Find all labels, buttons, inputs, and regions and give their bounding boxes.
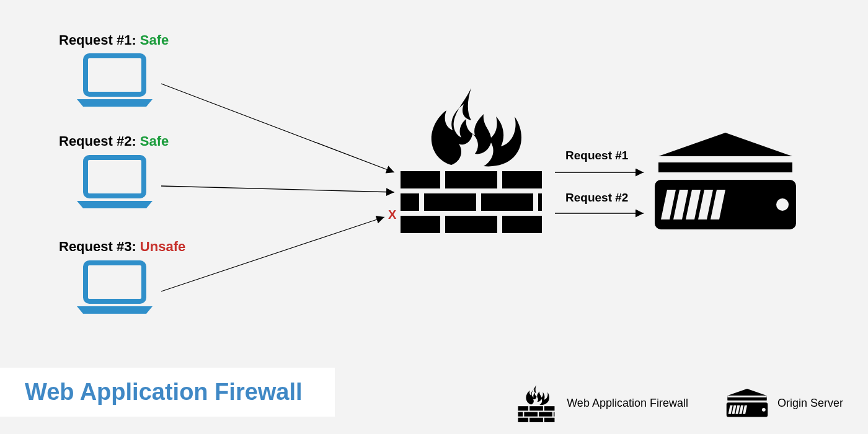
svg-rect-28 bbox=[518, 412, 523, 416]
svg-rect-18 bbox=[655, 180, 796, 229]
svg-rect-33 bbox=[529, 418, 543, 422]
svg-rect-31 bbox=[554, 412, 555, 416]
legend-firewall-label: Web Application Firewall bbox=[567, 397, 688, 410]
firewall-icon bbox=[515, 384, 558, 422]
server-icon bbox=[725, 384, 769, 422]
svg-rect-27 bbox=[544, 406, 555, 410]
svg-point-41 bbox=[762, 408, 766, 412]
legend-server: Origin Server bbox=[725, 384, 843, 422]
diagram-title: Web Application Firewall bbox=[25, 379, 310, 405]
diagram-canvas: Request #1: Safe Request #2: Safe Reques… bbox=[0, 0, 868, 434]
svg-rect-32 bbox=[518, 418, 529, 422]
svg-rect-35 bbox=[727, 402, 768, 417]
svg-rect-29 bbox=[525, 412, 538, 416]
svg-point-24 bbox=[776, 198, 789, 211]
svg-rect-30 bbox=[539, 412, 552, 416]
legend-server-label: Origin Server bbox=[777, 397, 843, 410]
legend-firewall: Web Application Firewall bbox=[515, 384, 688, 422]
svg-rect-34 bbox=[544, 418, 555, 422]
svg-rect-25 bbox=[518, 406, 529, 410]
diagram-title-bar: Web Application Firewall bbox=[0, 368, 335, 417]
svg-rect-26 bbox=[529, 406, 543, 410]
server-icon bbox=[651, 129, 800, 234]
legend: Web Application Firewall bbox=[515, 384, 843, 422]
